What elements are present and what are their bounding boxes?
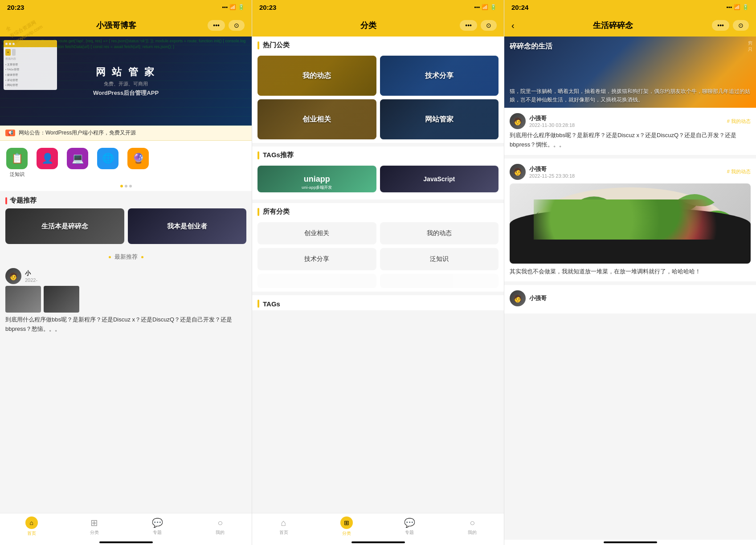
- dots-icon-1: •••: [213, 22, 220, 29]
- mini-ui-body: + 搜索内容 • 文章管理 • TAGs管理 • 媒体管理 • 评论管理 • 网…: [4, 47, 57, 90]
- content-area-2[interactable]: 热门公类 我的动态 技术分享 创业相关 网站管家: [252, 37, 504, 513]
- tag-card-1[interactable]: JavaScript: [380, 166, 499, 192]
- all-cat-label-3: 泛知识: [430, 255, 449, 262]
- status-icons-1: ▪▪▪ 📶 🔋: [222, 4, 245, 10]
- featured-card-2[interactable]: 我本是创业者: [128, 208, 247, 244]
- all-cat-2[interactable]: 技术分享: [257, 248, 376, 270]
- tab-topic-icon-2: 💬: [404, 517, 415, 528]
- dots-icon-3: •••: [717, 22, 724, 29]
- post-tag-text-3-2: # 我的动态: [727, 169, 751, 174]
- more-btn-2[interactable]: •••: [460, 20, 477, 31]
- status-bar-2: 20:23 ▪▪▪ 📶 🔋: [252, 0, 504, 14]
- all-cat-1[interactable]: 我的动态: [380, 222, 499, 244]
- scan-btn-2[interactable]: ⊙: [481, 20, 497, 31]
- post-card-2: 🧑 小强哥 2022-11-25 23:30:18 # 我的动态: [504, 159, 756, 285]
- tags-recommend-section: TAGs推荐 uniapp uni-app多端开发 JavaScript: [252, 146, 504, 199]
- more-btn-1[interactable]: •••: [208, 20, 225, 31]
- status-icons-2: ▪▪▪ 📶 🔋: [474, 4, 497, 10]
- tab-home-2[interactable]: ⌂ 首页: [252, 516, 315, 537]
- hero-subtitle: 免费、开源、可商用: [93, 81, 159, 87]
- post-tag-3-2: # 我的动态: [727, 168, 751, 175]
- tab-category-2[interactable]: ⊞ 分类: [315, 515, 378, 538]
- tab-home-1[interactable]: ⌂ 首页: [0, 515, 63, 538]
- status-icons-3: ▪▪▪ 📶 🔋: [726, 4, 749, 10]
- tab-home-icon-2: ⌂: [281, 518, 286, 528]
- featured-card-2-label: 我本是创业者: [167, 222, 207, 231]
- content-area-1[interactable]: const route = express.Router(); route.ge…: [0, 37, 252, 513]
- status-time-3: 20:24: [511, 4, 528, 11]
- post-meta-3-3: 小强哥: [529, 294, 751, 302]
- post-meta-3-1: 小强哥 2022-11-30 03:28:18: [529, 114, 723, 128]
- recommend-text: 最新推荐: [114, 253, 138, 261]
- post-content-3-1: 到底用什么程序做bbs呢？是新程序？还是Discuz x？还是DiscuzQ？还…: [510, 131, 751, 150]
- tab-category-1[interactable]: ⊞ 分类: [63, 516, 126, 537]
- hero-subtitle2: WordPress后台管理APP: [93, 89, 159, 97]
- tag-card-0[interactable]: uniapp uni-app多端开发: [257, 166, 376, 192]
- icon-circle-4: 🔮: [127, 148, 149, 169]
- tab-mine-label-1: 我的: [216, 529, 225, 536]
- tab-topic-2[interactable]: 💬 专题: [378, 516, 441, 537]
- icon-item-0[interactable]: 📋 泛知识: [5, 148, 29, 178]
- status-bar-3: 20:24 ▪▪▪ 📶 🔋: [504, 0, 756, 14]
- all-cat-4: [257, 274, 376, 288]
- status-time-2: 20:23: [259, 4, 276, 11]
- yellow-bar-tags: [257, 151, 259, 159]
- all-cats-more: [257, 274, 499, 292]
- post-author-row-3-3: 🧑 小强哥: [510, 290, 751, 306]
- nav-actions-1: ••• ⊙: [208, 20, 245, 31]
- icon-circle-0: 📋: [6, 148, 28, 169]
- hot-cat-label-3: 网站管家: [425, 115, 454, 124]
- post-content-1: 到底用什么程序做bbs呢？是新程序？还是Discuz x？还是DiscuzQ？还…: [5, 315, 246, 334]
- icon-item-4[interactable]: 🔮: [127, 148, 150, 178]
- post-tag-text-3-1: # 我的动态: [727, 118, 751, 124]
- all-cat-0[interactable]: 创业相关: [257, 222, 376, 244]
- content-area-3[interactable]: 碎碎念的生活 穷只 猫，院里一张躺椅，晒着太阳，抽着卷烟，挑拨猫和狗打架，偶尔约…: [504, 37, 756, 540]
- featured-card-1-label: 生活本是碎碎念: [41, 222, 88, 231]
- tab-topic-icon-1: 💬: [152, 517, 163, 528]
- post-meta-1: 小 2022-: [25, 269, 246, 283]
- scan-btn-3[interactable]: ⊙: [733, 20, 749, 31]
- post-date-1: 2022-: [25, 277, 246, 283]
- hot-cat-label-1: 技术分享: [425, 71, 454, 81]
- hot-cat-label-0: 我的动态: [302, 71, 331, 81]
- tab-topic-1[interactable]: 💬 专题: [126, 516, 189, 537]
- tags-bottom-title: TAGs: [263, 300, 280, 308]
- back-btn[interactable]: ‹: [511, 20, 515, 31]
- icon-item-2[interactable]: 💻: [66, 148, 89, 178]
- battery-icon-3: 🔋: [742, 4, 749, 10]
- scan-btn-1[interactable]: ⊙: [229, 20, 245, 31]
- post-author-row-1: 🧑 小 2022-: [5, 268, 246, 284]
- tab-bar-1: ⌂ 首页 ⊞ 分类 💬 专题 ○ 我的: [0, 513, 252, 540]
- life-hero: 碎碎念的生活 穷只 猫，院里一张躺椅，晒着太阳，抽着卷烟，挑拨猫和狗打架，偶尔约…: [504, 37, 756, 108]
- tab-mine-2[interactable]: ○ 我的: [441, 516, 504, 537]
- tab-mine-1[interactable]: ○ 我的: [189, 516, 252, 537]
- all-cat-label-2: 技术分享: [304, 255, 329, 262]
- dot-3: [129, 185, 132, 187]
- nav-bar-2: 分类 ••• ⊙: [252, 14, 504, 37]
- post-thumb-2: [44, 286, 79, 313]
- tags-grid: uniapp uni-app多端开发 JavaScript: [257, 162, 499, 196]
- all-cat-3[interactable]: 泛知识: [380, 248, 499, 270]
- icon-item-3[interactable]: 🌐: [96, 148, 119, 178]
- post-author-name-3-3: 小强哥: [529, 294, 751, 302]
- section-title-1: 专题推荐: [10, 196, 37, 205]
- hot-cat-1[interactable]: 技术分享: [380, 56, 499, 96]
- hot-cat-3[interactable]: 网站管家: [380, 99, 499, 139]
- more-btn-3[interactable]: •••: [712, 20, 729, 31]
- hero-title-cn: 网 站 管 家: [93, 65, 159, 79]
- all-cat-5: [380, 274, 499, 288]
- hot-cats-grid: 我的动态 技术分享 创业相关 网站管家: [252, 52, 504, 143]
- hot-cat-2[interactable]: 创业相关: [257, 99, 376, 139]
- bottom-line-3: [604, 541, 657, 543]
- featured-cards-row: 生活本是碎碎念 我本是创业者: [0, 208, 252, 249]
- featured-card-1[interactable]: 生活本是碎碎念: [5, 208, 124, 244]
- tab-category-icon-2: ⊞: [340, 517, 353, 529]
- wifi-icon: 📶: [229, 4, 236, 10]
- icon-item-1[interactable]: 👤: [36, 148, 59, 178]
- hot-cat-0[interactable]: 我的动态: [257, 56, 376, 96]
- tab-mine-icon-2: ○: [470, 518, 475, 528]
- tab-mine-icon-1: ○: [217, 518, 223, 528]
- tag-card-sub-0: uni-app多端开发: [302, 185, 332, 191]
- battery-icon-2: 🔋: [490, 4, 497, 10]
- yellow-bar-all: [257, 208, 259, 216]
